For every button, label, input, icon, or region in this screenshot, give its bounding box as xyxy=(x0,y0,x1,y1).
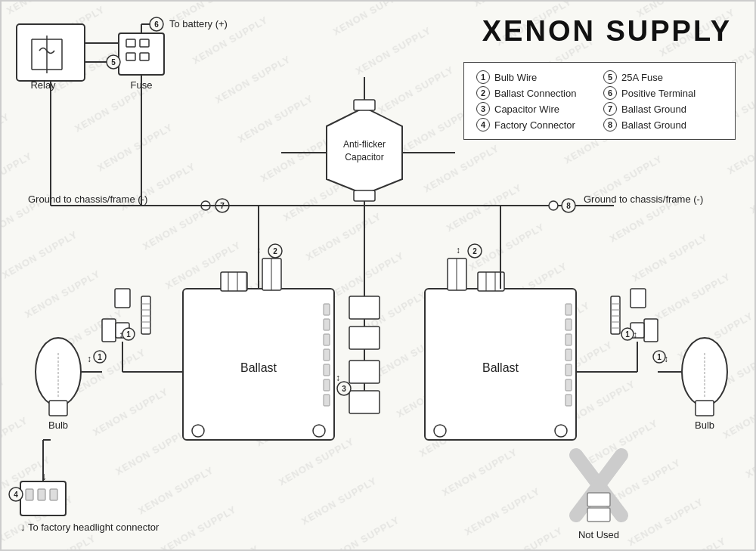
svg-rect-47 xyxy=(324,395,330,406)
svg-text:Ground to chassis/frame (-): Ground to chassis/frame (-) xyxy=(584,193,703,205)
svg-rect-130 xyxy=(349,391,380,413)
legend-num-3: 3 xyxy=(476,102,490,116)
svg-text:2: 2 xyxy=(273,247,277,255)
svg-text:6: 6 xyxy=(154,20,159,29)
svg-rect-129 xyxy=(349,361,380,383)
svg-rect-149 xyxy=(587,493,610,506)
svg-text:5: 5 xyxy=(111,58,116,67)
svg-rect-35 xyxy=(354,100,375,110)
svg-rect-77 xyxy=(696,401,714,416)
main-container: XENON SUPPLY XENON SUPPLY 1 Bulb Wire 5 … xyxy=(0,0,756,551)
legend-box: 1 Bulb Wire 5 25A Fuse 2 Ballast Connect… xyxy=(463,62,736,140)
svg-rect-127 xyxy=(349,296,380,319)
legend-item-6: 6 Positive Terminal xyxy=(603,86,723,100)
svg-point-122 xyxy=(549,201,558,210)
svg-rect-50 xyxy=(221,272,247,291)
svg-text:Bulb: Bulb xyxy=(695,419,714,431)
svg-text:4: 4 xyxy=(14,491,18,499)
svg-rect-59 xyxy=(565,319,572,330)
legend-item-5: 5 25A Fuse xyxy=(603,70,723,84)
svg-rect-128 xyxy=(349,327,380,349)
svg-rect-73 xyxy=(49,401,67,416)
svg-rect-43 xyxy=(324,334,330,345)
legend-item-7: 7 Ballast Ground xyxy=(603,102,723,116)
legend-num-8: 8 xyxy=(603,118,617,132)
svg-rect-58 xyxy=(565,304,572,315)
legend-label-5: 25A Fuse xyxy=(621,72,663,83)
legend-item-2: 2 Ballast Connection xyxy=(476,86,596,100)
legend-grid: 1 Bulb Wire 5 25A Fuse 2 Ballast Connect… xyxy=(476,70,723,132)
svg-text:↕: ↕ xyxy=(456,245,460,255)
legend-label-6: Positive Terminal xyxy=(621,88,696,99)
svg-rect-135 xyxy=(26,489,33,500)
svg-text:Anti-flicker: Anti-flicker xyxy=(343,139,386,150)
svg-rect-97 xyxy=(631,289,646,308)
svg-rect-45 xyxy=(324,364,330,376)
svg-text:↕: ↕ xyxy=(336,373,340,383)
svg-text:1: 1 xyxy=(98,353,102,361)
svg-rect-44 xyxy=(324,349,330,361)
svg-rect-95 xyxy=(644,319,658,342)
svg-text:↓ To factory headlight connect: ↓ To factory headlight connector xyxy=(20,522,160,533)
svg-rect-46 xyxy=(324,379,330,391)
svg-rect-41 xyxy=(324,304,330,315)
svg-rect-60 xyxy=(565,334,572,345)
svg-rect-63 xyxy=(565,379,572,391)
legend-label-2: Ballast Connection xyxy=(494,88,576,99)
svg-text:Ballast: Ballast xyxy=(240,361,277,374)
svg-rect-64 xyxy=(565,395,572,406)
svg-point-65 xyxy=(434,425,446,437)
svg-text:8: 8 xyxy=(566,202,571,210)
svg-point-49 xyxy=(313,425,325,437)
svg-text:Ballast: Ballast xyxy=(482,361,519,374)
svg-rect-148 xyxy=(587,508,610,522)
svg-rect-80 xyxy=(102,319,116,342)
svg-text:1: 1 xyxy=(657,353,662,361)
legend-label-1: Bulb Wire xyxy=(494,72,537,83)
svg-rect-62 xyxy=(565,364,572,376)
svg-text:1: 1 xyxy=(625,330,630,339)
legend-label-7: Ballast Ground xyxy=(621,104,686,115)
legend-item-8: 8 Ballast Ground xyxy=(603,118,723,132)
legend-num-2: 2 xyxy=(476,86,490,100)
legend-label-4: Factory Connector xyxy=(494,119,575,131)
svg-text:Ground to chassis/frame (-): Ground to chassis/frame (-) xyxy=(28,193,147,205)
svg-text:Capacitor: Capacitor xyxy=(345,152,383,163)
svg-rect-136 xyxy=(38,489,45,500)
svg-text:↕: ↕ xyxy=(87,354,91,364)
brand-logo: XENON SUPPLY xyxy=(482,15,732,48)
svg-text:2: 2 xyxy=(472,247,477,255)
legend-label-3: Capacitor Wire xyxy=(494,104,559,115)
legend-item-4: 4 Factory Connector xyxy=(476,118,596,132)
svg-text:1: 1 xyxy=(126,330,131,339)
legend-num-6: 6 xyxy=(603,86,617,100)
legend-item-3: 3 Capacitor Wire xyxy=(476,102,596,116)
svg-rect-82 xyxy=(115,289,130,308)
svg-rect-2 xyxy=(17,24,85,81)
svg-rect-36 xyxy=(354,190,375,201)
svg-text:Relay: Relay xyxy=(30,79,56,91)
legend-num-7: 7 xyxy=(603,102,617,116)
legend-num-1: 1 xyxy=(476,70,490,84)
legend-num-5: 5 xyxy=(603,70,617,84)
svg-text:3: 3 xyxy=(342,385,346,393)
svg-text:↓: ↓ xyxy=(42,470,47,482)
svg-rect-42 xyxy=(324,319,330,330)
svg-text:To battery (+): To battery (+) xyxy=(169,18,228,29)
legend-num-4: 4 xyxy=(476,118,490,132)
svg-point-48 xyxy=(192,425,204,437)
legend-item-1: 1 Bulb Wire xyxy=(476,70,596,84)
svg-rect-137 xyxy=(50,489,57,500)
svg-point-66 xyxy=(555,425,567,437)
svg-text:Bulb: Bulb xyxy=(48,419,68,431)
legend-label-8: Ballast Ground xyxy=(621,119,686,131)
svg-rect-61 xyxy=(565,349,572,361)
svg-marker-30 xyxy=(327,107,402,194)
svg-text:Not Used: Not Used xyxy=(578,529,619,540)
